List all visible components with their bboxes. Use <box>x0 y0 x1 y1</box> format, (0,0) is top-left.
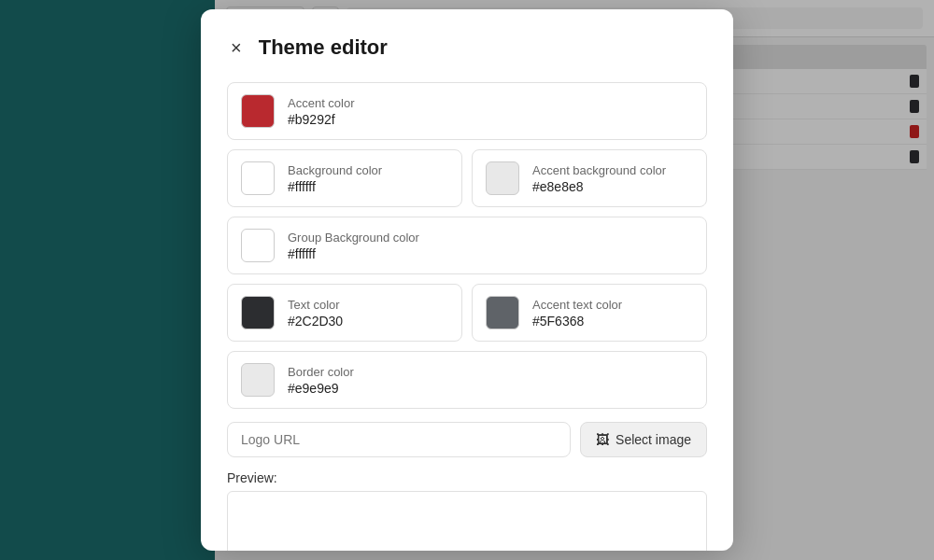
modal-header: × Theme editor <box>227 35 707 60</box>
bg-accent-bg-row: Background color #ffffff Accent backgrou… <box>227 149 707 207</box>
modal-overlay: × Theme editor Accent color #b9292f Back… <box>0 0 934 560</box>
accent-bg-color-info: Accent background color #e8e8e8 <box>532 163 666 194</box>
preview-box <box>227 491 707 551</box>
accent-color-info: Accent color #b9292f <box>288 96 355 127</box>
accent-background-color-row[interactable]: Accent background color #e8e8e8 <box>472 149 707 207</box>
border-color-value: #e9e9e9 <box>288 381 354 396</box>
background-color-swatch[interactable] <box>241 161 275 195</box>
group-bg-color-info: Group Background color #ffffff <box>288 231 419 261</box>
image-icon: 🖼 <box>596 432 609 447</box>
accent-text-color-swatch[interactable] <box>486 296 519 329</box>
accent-color-swatch[interactable] <box>241 94 275 128</box>
text-color-row[interactable]: Text color #2C2D30 <box>227 284 462 342</box>
group-background-color-row[interactable]: Group Background color #ffffff <box>227 217 707 274</box>
background-color-row[interactable]: Background color #ffffff <box>227 149 462 207</box>
group-bg-color-value: #ffffff <box>288 246 419 261</box>
text-color-value: #2C2D30 <box>288 314 343 329</box>
text-color-swatch[interactable] <box>241 296 275 329</box>
close-button[interactable]: × <box>227 36 246 59</box>
accent-text-color-row[interactable]: Accent text color #5F6368 <box>472 284 707 342</box>
background-color-info: Background color #ffffff <box>288 163 382 194</box>
select-image-button[interactable]: 🖼 Select image <box>580 422 707 457</box>
text-color-info: Text color #2C2D30 <box>288 298 343 329</box>
accent-color-value: #b9292f <box>288 112 355 127</box>
preview-label: Preview: <box>227 470 707 485</box>
border-color-info: Border color #e9e9e9 <box>288 365 354 396</box>
accent-text-color-info: Accent text color #5F6368 <box>532 298 622 329</box>
border-color-label: Border color <box>288 365 354 379</box>
group-bg-color-label: Group Background color <box>288 231 419 245</box>
theme-editor-modal: × Theme editor Accent color #b9292f Back… <box>201 9 733 551</box>
accent-bg-color-swatch[interactable] <box>486 161 519 195</box>
logo-url-row: 🖼 Select image <box>227 422 707 457</box>
modal-title: Theme editor <box>259 35 388 60</box>
background-color-value: #ffffff <box>288 179 382 194</box>
logo-url-input[interactable] <box>227 422 571 457</box>
accent-text-color-value: #5F6368 <box>532 314 622 329</box>
border-color-row[interactable]: Border color #e9e9e9 <box>227 351 707 409</box>
accent-color-label: Accent color <box>288 96 355 110</box>
accent-text-color-label: Accent text color <box>532 298 622 312</box>
text-accent-text-row: Text color #2C2D30 Accent text color #5F… <box>227 284 707 342</box>
text-color-label: Text color <box>288 298 343 312</box>
accent-color-row[interactable]: Accent color #b9292f <box>227 82 707 140</box>
background-color-label: Background color <box>288 163 382 177</box>
group-bg-color-swatch[interactable] <box>241 229 275 262</box>
border-color-swatch[interactable] <box>241 363 275 397</box>
select-image-label: Select image <box>616 432 691 447</box>
accent-bg-color-label: Accent background color <box>532 163 666 177</box>
accent-bg-color-value: #e8e8e8 <box>532 179 666 194</box>
